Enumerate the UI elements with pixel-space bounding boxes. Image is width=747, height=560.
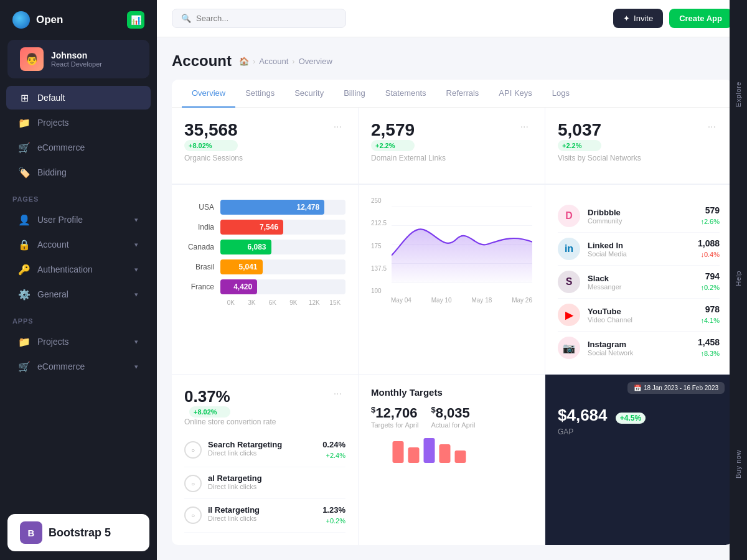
create-app-button[interactable]: Create App <box>669 9 732 28</box>
bar-track: 7,546 <box>220 220 345 235</box>
main-content: 🔍 ✦ Invite Create App Account 🏠 › Accoun… <box>157 0 747 560</box>
bar-fill: 7,546 <box>220 220 283 235</box>
social-item: ▶ YouTube Video Channel 978 ↑4.1% <box>558 299 720 332</box>
monthly-targets-section: Monthly Targets $12,706 Targets for Apri… <box>359 375 545 545</box>
retargeting-pct: 1.23% <box>322 505 345 515</box>
content-area: Account 🏠 › Account › Overview Overview … <box>157 37 747 560</box>
sidebar-item-authentication[interactable]: 🔑 Authentication ▾ <box>6 258 151 281</box>
breadcrumb: 🏠 › Account › Overview <box>239 57 332 66</box>
sidebar-item-user-profile[interactable]: 👤 User Profile ▾ <box>6 208 151 231</box>
retargeting-stats: 0.24% +2.4% <box>322 440 345 460</box>
app-name: Open <box>36 14 63 26</box>
tab-settings[interactable]: Settings <box>235 80 284 108</box>
social-change: ↓0.4% <box>700 251 720 258</box>
y-label: 250 <box>371 197 387 204</box>
more-button[interactable]: ··· <box>704 120 720 134</box>
sidebar-item-default[interactable]: ⊞ Default <box>6 86 151 110</box>
social-change: ↑0.2% <box>700 284 720 291</box>
bar-row: USA 12,478 <box>184 200 345 215</box>
chevron-down-icon: ▾ <box>134 241 138 249</box>
sidebar-item-account[interactable]: 🔒 Account ▾ <box>6 233 151 256</box>
x-axis: May 04 May 10 May 18 May 26 <box>371 297 532 304</box>
page-header: Account 🏠 › Account › Overview <box>172 52 732 70</box>
invite-button[interactable]: ✦ Invite <box>613 9 663 28</box>
sidebar-item-projects[interactable]: 📁 Projects <box>6 111 151 134</box>
home-icon[interactable]: 🏠 <box>239 57 249 66</box>
logo-icon[interactable]: 📊 <box>127 11 144 29</box>
line-chart-section: 250 212.5 175 137.5 100 <box>359 185 545 374</box>
retargeting-icon: ○ <box>184 441 202 459</box>
tab-logs[interactable]: Logs <box>542 80 580 108</box>
organic-sessions-label: Organic Sessions <box>184 154 345 162</box>
sidebar-item-apps-ecommerce[interactable]: 🛒 eCommerce ▾ <box>6 355 151 378</box>
sidebar-item-label: Projects <box>37 337 127 347</box>
social-type: Social Media <box>588 250 690 258</box>
domain-links-label: Domain External Links <box>371 154 532 162</box>
sidebar-item-general[interactable]: ⚙️ General ▾ <box>6 282 151 306</box>
key-icon: 🔑 <box>19 264 30 275</box>
search-box[interactable]: 🔍 <box>172 9 346 28</box>
bootstrap-icon: B <box>20 521 42 544</box>
stat-top: 35,568 +8.02% ··· <box>184 120 345 151</box>
svg-rect-6 <box>408 447 420 463</box>
bar-fill: 12,478 <box>220 200 324 215</box>
axis-label: 9K <box>283 299 304 306</box>
social-info: YouTube Video Channel <box>588 307 693 324</box>
conversion-label: Online store convertion rate <box>184 418 345 426</box>
social-logo: 📷 <box>558 337 580 359</box>
social-stats: 978 ↑4.1% <box>700 304 720 325</box>
retargeting-row: ○ al Retargeting Direct link clicks <box>184 467 345 499</box>
help-button[interactable]: Help <box>735 263 742 294</box>
calendar-icon: 📅 <box>634 385 641 391</box>
monthly-chart <box>371 435 532 466</box>
bar-country: India <box>184 223 214 231</box>
tab-overview[interactable]: Overview <box>182 80 235 108</box>
bar-row: Canada 6,083 <box>184 240 345 254</box>
bar-row: France 4,420 <box>184 279 345 294</box>
breadcrumb-separator: › <box>253 57 255 66</box>
gap-change-badge: +4.5% <box>616 413 646 424</box>
chevron-down-icon: ▾ <box>134 291 138 299</box>
tab-billing[interactable]: Billing <box>334 80 375 108</box>
buy-now-button[interactable]: Buy now <box>735 442 742 486</box>
search-input[interactable] <box>196 14 337 23</box>
tab-security[interactable]: Security <box>284 80 334 108</box>
more-button[interactable]: ··· <box>330 387 345 401</box>
tab-referrals[interactable]: Referrals <box>436 80 489 108</box>
gap-label: GAP <box>558 427 720 436</box>
tab-statements[interactable]: Statements <box>375 80 436 108</box>
social-visits-label: Visits by Social Networks <box>558 154 720 162</box>
actual-value: $8,035 <box>431 405 475 421</box>
social-name: Linked In <box>588 241 690 250</box>
retargeting-stats: 1.23% +0.2% <box>322 505 345 526</box>
tabs-bar: Overview Settings Security Billing State… <box>172 80 732 108</box>
more-button[interactable]: ··· <box>517 120 532 134</box>
sidebar-item-label: Projects <box>37 118 138 128</box>
retargeting-desc: Direct link clicks <box>208 483 339 490</box>
social-change: ↑4.1% <box>700 317 720 324</box>
tab-api-keys[interactable]: API Keys <box>489 80 542 108</box>
folder-icon: 📁 <box>19 336 30 347</box>
social-info: Instagram Social Network <box>588 340 690 357</box>
retargeting-row: ○ Search Retargeting Direct link clicks … <box>184 434 345 467</box>
breadcrumb-separator: › <box>292 57 294 66</box>
bar-track: 12,478 <box>220 200 345 215</box>
retargeting-name: il Retargeting <box>208 505 316 515</box>
stats-row: 35,568 +8.02% ··· Organic Sessions 2,579… <box>172 108 732 184</box>
page-title: Account <box>172 52 232 70</box>
breadcrumb-account[interactable]: Account <box>259 57 288 66</box>
sidebar-item-bidding[interactable]: 🏷️ Bidding <box>6 161 151 184</box>
plus-icon: ✦ <box>623 14 630 23</box>
bar-chart: USA 12,478 India 7,546 Canada 6,083 Bras… <box>184 200 345 294</box>
more-button[interactable]: ··· <box>330 120 345 134</box>
organic-sessions-value: 35,568 <box>184 120 238 139</box>
retargeting-name: al Retargeting <box>208 474 339 483</box>
explore-button[interactable]: Explore <box>735 74 742 114</box>
organic-sessions-card: 35,568 +8.02% ··· Organic Sessions <box>172 108 359 184</box>
social-item: D Dribbble Community 579 ↑2.6% <box>558 200 720 233</box>
sidebar-item-ecommerce[interactable]: 🛒 eCommerce <box>6 136 151 159</box>
social-count: 978 <box>700 304 720 314</box>
invite-label: Invite <box>634 14 653 23</box>
sidebar-item-apps-projects[interactable]: 📁 Projects ▾ <box>6 330 151 353</box>
breadcrumb-overview[interactable]: Overview <box>299 57 332 66</box>
